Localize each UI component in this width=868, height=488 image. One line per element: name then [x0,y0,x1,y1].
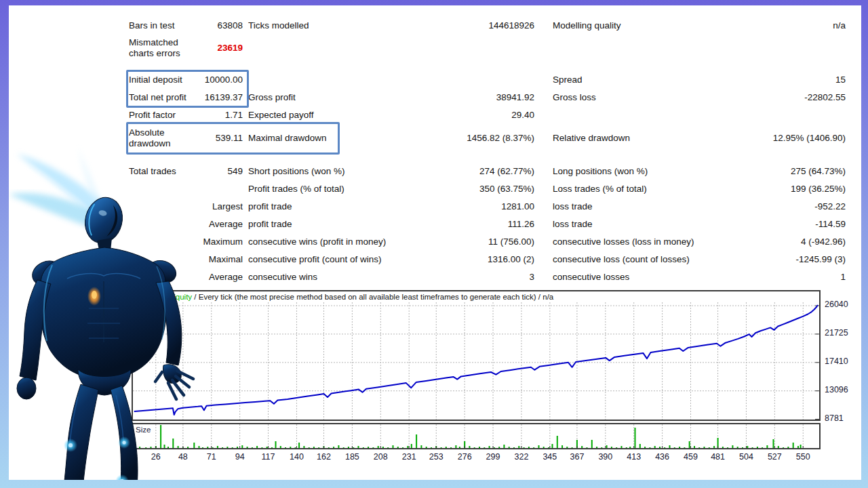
size-bar [727,447,728,448]
report-cell-c3: Profit trades (% of total) [243,184,452,195]
x-axis-label: 253 [429,452,443,462]
size-bar [698,447,700,448]
size-bar [247,447,248,448]
size-bar [704,447,705,448]
size-bar [689,441,690,448]
robot-figure [9,139,205,480]
report-cell-c5: Loss trades (% of total) [534,184,717,195]
size-bar [309,447,310,448]
report-cell-c5: Modelling quality [534,20,717,31]
size-bar [684,447,685,448]
report-cell-c3: Gross profit [243,92,452,103]
report-cell-c2: 1.71 [193,110,243,121]
size-bar [387,447,389,448]
size-bar [674,447,675,448]
size-bar [382,447,384,448]
x-axis-label: 413 [627,452,641,462]
size-bar [778,446,779,448]
size-bar [280,446,281,448]
size-bar [343,447,344,448]
report-cell-c5: consecutive losses (loss in money) [534,237,717,247]
size-bar [261,447,262,448]
report-cell-c4: 29.40 [452,110,534,121]
report-cell-c6: 275 (64.73%) [717,166,846,177]
report-cell-c6: -1245.99 (3) [717,254,846,265]
report-cell-c3: profit trade [243,201,452,212]
size-bar [621,446,623,448]
balance-chart-plot [133,291,819,420]
report-cell-c3: consecutive wins [243,272,452,283]
size-bar [489,446,490,448]
size-bar [290,447,291,448]
x-axis-label: 345 [542,452,557,462]
report-cell-c4: 3 [452,272,534,283]
report-cell-c5: Long positions (won %) [534,166,717,177]
report-cell-c4: 38941.92 [452,92,534,103]
x-axis-label: 276 [458,452,472,462]
report-row: Profit trades (% of total)350 (63.75%)Lo… [129,180,846,198]
report-cell-c4: 11 (756.00) [452,237,534,247]
report-cell-c2: 63808 [193,20,243,31]
report-row: Averageconsecutive wins3consecutive loss… [129,268,846,286]
size-chart-plot [133,424,819,448]
report-cell-c6: 15 [717,75,846,85]
size-bar [450,447,452,448]
size-bar [411,444,412,448]
size-bar [659,447,660,448]
x-axis-label: 185 [345,452,359,462]
size-bar [587,447,588,448]
report-cell-c6: n/a [717,20,846,31]
x-axis-label: 322 [515,452,529,462]
x-axis-label: 140 [290,452,304,462]
x-axis-label: 94 [235,452,245,462]
size-bar [572,447,573,448]
size-bar [237,447,238,448]
size-bar [484,447,485,448]
x-axis-label: 299 [486,452,500,462]
report-cell-c4: 144618926 [452,20,534,31]
y-axis-label: 26040 [825,300,848,309]
y-axis-label: 17410 [825,357,848,366]
report-cell-c4: 274 (62.77%) [452,166,534,177]
size-bar [793,443,794,448]
gradient-window-frame: Bars in test63808Ticks modelled144618926… [0,0,868,488]
size-bar [783,447,784,448]
report-row: Maximumconsecutive wins (profit in money… [129,233,846,251]
size-bar [416,434,417,448]
size-bar [757,447,758,448]
size-bar [368,447,369,448]
size-bar [635,428,636,448]
report-cell-c4: 1316.00 (2) [452,254,534,265]
report-row: Maximalconsecutive profit (count of wins… [129,251,846,268]
report-cell-c6: 1 [717,272,846,283]
size-chart: Size [132,423,821,449]
size-bar [762,447,763,448]
report-cell-c5: Relative drawdown [534,133,717,144]
report-cell-c5: loss trade [534,201,717,212]
x-axis-label: 550 [796,452,810,462]
size-bar [591,440,593,448]
size-bar [393,445,394,448]
size-bar [207,447,208,448]
size-bar [353,447,354,448]
size-bar [298,443,300,448]
report-cell-c3: profit trade [243,219,452,230]
size-bar [649,447,650,448]
size-bar [431,447,432,448]
size-bar [722,447,724,448]
report-cell-c6: -114.59 [717,219,846,230]
size-bar [561,445,563,448]
size-bar [552,444,553,448]
size-bar [474,447,475,448]
size-bar [639,444,641,448]
report-cell-c3: consecutive profit (count of wins) [243,254,452,265]
size-bar [787,447,789,448]
report-cell-c5: consecutive losses [534,272,717,283]
x-axis-label: 71 [207,452,216,462]
size-bar [256,446,258,448]
report-cell-c5: consecutive loss (count of losses) [534,254,717,265]
legend-note: Every tick (the most precise method base… [199,293,554,301]
report-row: Largestprofit trade1281.00loss trade-952… [129,198,846,216]
size-bar [538,445,540,448]
size-bar [747,446,748,448]
